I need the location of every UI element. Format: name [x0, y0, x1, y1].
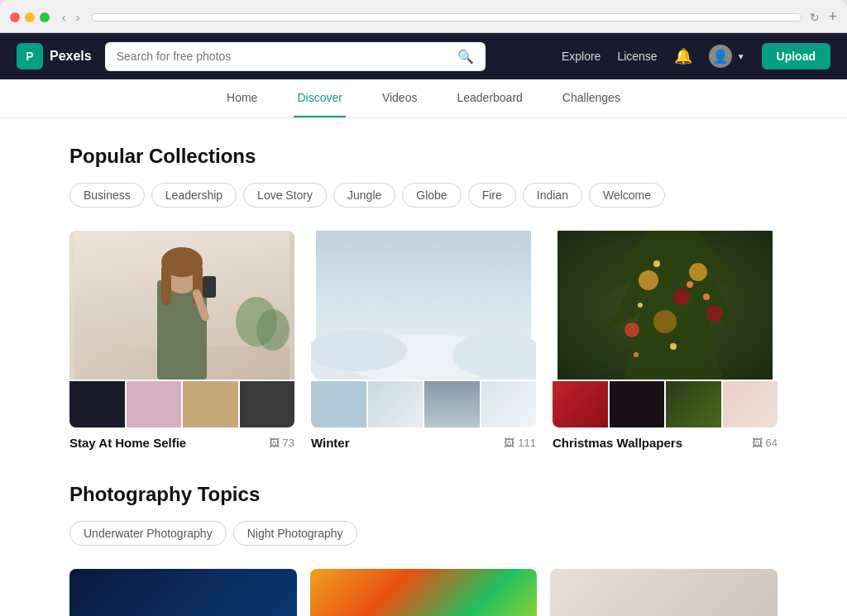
collection-images-selfie [69, 231, 294, 427]
maximize-button[interactable] [40, 12, 50, 22]
thumb-christmas-4 [723, 381, 778, 427]
svg-point-3 [256, 309, 290, 351]
christmas-illustration [553, 231, 778, 380]
tag-night-photography[interactable]: Night Photography [233, 521, 357, 546]
photography-topics-section: Photography Topics Underwater Photograph… [69, 483, 778, 616]
forward-button[interactable]: › [72, 9, 84, 26]
svg-point-20 [689, 263, 707, 281]
thumb-winter-2 [368, 381, 424, 427]
svg-point-27 [703, 294, 710, 300]
bottom-photo-interior[interactable] [550, 569, 778, 616]
tab-challenges[interactable]: Challenges [559, 79, 624, 117]
tag-fire[interactable]: Fire [468, 183, 516, 208]
svg-point-24 [653, 260, 660, 267]
tag-leadership[interactable]: Leadership [151, 183, 237, 208]
topics-tags-row: Underwater Photography Night Photography [69, 521, 778, 546]
collection-count-winter: 🖼 111 [504, 437, 536, 449]
collection-images-christmas [553, 231, 778, 427]
avatar-icon: 👤 [712, 49, 729, 64]
collection-main-image-christmas [553, 231, 778, 380]
tab-leaderboard[interactable]: Leaderboard [453, 79, 525, 117]
collection-count-icon-selfie: 🖼 [269, 437, 280, 449]
collection-name-christmas: Christmas Wallpapers [553, 436, 682, 450]
collections-tags-row: Business Leadership Love Story Jungle Gl… [69, 183, 778, 208]
collection-info-winter: Winter 🖼 111 [311, 436, 536, 450]
collection-count-icon-winter: 🖼 [504, 437, 514, 449]
collection-name-selfie: Stay At Home Selfie [69, 436, 186, 450]
svg-point-25 [687, 281, 693, 288]
collection-info-selfie: Stay At Home Selfie 🖼 73 [69, 436, 294, 450]
tab-home[interactable]: Home [223, 79, 261, 117]
tag-underwater-photography[interactable]: Underwater Photography [69, 521, 227, 546]
thumb-christmas-3 [666, 381, 721, 427]
photography-topics-title: Photography Topics [69, 483, 778, 506]
minimize-button[interactable] [25, 12, 35, 22]
tab-videos[interactable]: Videos [379, 79, 421, 117]
svg-rect-7 [161, 264, 171, 305]
license-link[interactable]: License [617, 50, 657, 63]
tag-indian[interactable]: Indian [523, 183, 582, 208]
tag-globe[interactable]: Globe [402, 183, 461, 208]
svg-point-28 [670, 343, 677, 350]
thumb-christmas-2 [610, 381, 665, 427]
thumb-selfie-2 [127, 381, 182, 427]
bottom-photo-underwater[interactable] [69, 569, 297, 616]
search-bar[interactable]: 🔍 [105, 42, 486, 71]
notification-bell-icon[interactable]: 🔔 [674, 47, 692, 65]
svg-point-15 [311, 330, 407, 371]
collection-info-christmas: Christmas Wallpapers 🖼 64 [553, 436, 778, 450]
svg-point-19 [673, 289, 690, 305]
collection-card-selfie[interactable]: Stay At Home Selfie 🖼 73 [69, 231, 294, 450]
avatar[interactable]: 👤 [709, 45, 732, 68]
collection-name-winter: Winter [311, 436, 350, 450]
popular-collections-title: Popular Collections [69, 145, 778, 168]
popular-collections-section: Popular Collections Business Leadership … [69, 145, 778, 450]
collection-thumbs-christmas [553, 381, 778, 427]
logo-icon: P [17, 43, 43, 69]
address-bar[interactable] [92, 13, 802, 21]
collection-card-christmas[interactable]: Christmas Wallpapers 🖼 64 [553, 231, 778, 450]
tag-love-story[interactable]: Love Story [243, 183, 327, 208]
svg-point-18 [639, 270, 658, 290]
svg-point-22 [624, 322, 639, 337]
thumb-winter-1 [311, 381, 366, 427]
tag-jungle[interactable]: Jungle [333, 183, 395, 208]
collection-thumbs-selfie [69, 381, 294, 427]
svg-point-26 [638, 303, 643, 308]
logo-area[interactable]: P Pexels [17, 43, 92, 69]
refresh-button[interactable]: ↻ [810, 11, 820, 24]
thumb-selfie-4 [240, 381, 295, 427]
svg-rect-10 [203, 276, 216, 298]
thumb-winter-4 [481, 381, 537, 427]
sub-nav: Home Discover Videos Leaderboard Challen… [0, 79, 847, 118]
tag-business[interactable]: Business [69, 183, 145, 208]
selfie-illustration [69, 231, 294, 380]
chevron-down-icon: ▼ [737, 52, 745, 61]
bottom-photo-food[interactable] [310, 569, 538, 616]
thumb-winter-3 [424, 381, 480, 427]
tag-welcome[interactable]: Welcome [589, 183, 665, 208]
tab-discover[interactable]: Discover [294, 79, 345, 117]
search-icon: 🔍 [457, 49, 474, 64]
svg-point-21 [653, 310, 677, 333]
new-tab-button[interactable]: + [828, 8, 837, 26]
nav-links: Explore License 🔔 👤 ▼ Upload [562, 43, 830, 69]
svg-point-23 [706, 305, 723, 322]
bottom-photos-grid [69, 569, 778, 616]
close-button[interactable] [10, 12, 20, 22]
thumb-selfie-1 [69, 381, 125, 427]
collections-grid: Stay At Home Selfie 🖼 73 [69, 231, 778, 450]
search-input[interactable] [117, 50, 451, 63]
upload-button[interactable]: Upload [762, 43, 830, 69]
explore-link[interactable]: Explore [562, 50, 601, 63]
back-button[interactable]: ‹ [58, 9, 70, 26]
svg-point-29 [634, 352, 639, 357]
thumb-selfie-3 [183, 381, 238, 427]
collection-main-image-winter [311, 231, 536, 380]
collection-card-winter[interactable]: Winter 🖼 111 [311, 231, 536, 450]
browser-chrome: ‹ › ↻ + [0, 0, 847, 33]
navbar: P Pexels 🔍 Explore License 🔔 👤 ▼ Upload [0, 33, 847, 79]
user-menu[interactable]: 👤 ▼ [709, 45, 745, 68]
winter-illustration [311, 231, 536, 380]
thumb-christmas-1 [553, 381, 608, 427]
